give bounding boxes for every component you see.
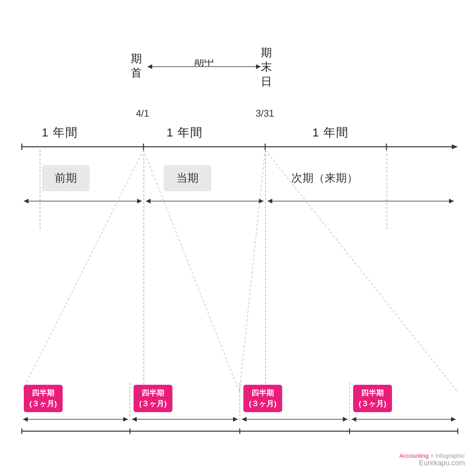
svg-marker-30 [242, 417, 247, 422]
quarter-dashed-2 [239, 383, 240, 420]
footer-line1: Accounting × Infographic [399, 452, 465, 459]
svg-marker-2 [256, 64, 261, 69]
svg-marker-28 [233, 417, 238, 422]
svg-line-20 [143, 150, 239, 392]
svg-marker-5 [452, 144, 458, 149]
svg-marker-34 [451, 417, 456, 422]
svg-marker-24 [23, 417, 28, 422]
svg-marker-33 [352, 417, 356, 422]
diagonal-lines-svg [20, 150, 460, 408]
svg-marker-25 [123, 417, 128, 422]
year-label-1: 1 年間 [42, 125, 78, 141]
quarter-dashed-3 [349, 383, 350, 420]
year-label-2: 1 年間 [166, 125, 203, 141]
svg-marker-1 [147, 64, 152, 69]
date-start-label: 4/1 [136, 108, 149, 119]
date-end-label: 3/31 [256, 108, 274, 119]
bottom-timeline-svg [20, 428, 460, 435]
svg-text:期中: 期中 [194, 60, 214, 67]
quarter-badge-2: 四半期(３ヶ月) [134, 385, 172, 412]
svg-line-21 [239, 150, 265, 392]
year-label-3: 1 年間 [312, 125, 348, 141]
svg-line-22 [265, 150, 458, 392]
footer-line2: Eurekapu.com [399, 459, 465, 467]
kichu-arrow-svg: 期中 [131, 60, 277, 75]
quarter-badge-4: 四半期(３ヶ月) [353, 385, 392, 412]
quarter-badge-1: 四半期(３ヶ月) [24, 385, 63, 412]
quarter-dashed-1 [130, 383, 130, 420]
svg-marker-27 [132, 417, 137, 422]
quarter-badge-3: 四半期(３ヶ月) [243, 385, 282, 412]
footer: Accounting × Infographic Eurekapu.com [399, 452, 465, 467]
svg-line-19 [22, 150, 143, 392]
diagram-container: 期 首 期 末 日 期中 4/1 3/31 1 年間 1 年間 1 年間 [0, 0, 476, 476]
quarter-span-arrows [20, 416, 460, 423]
main-timeline-svg [20, 143, 460, 151]
svg-marker-31 [343, 417, 348, 422]
